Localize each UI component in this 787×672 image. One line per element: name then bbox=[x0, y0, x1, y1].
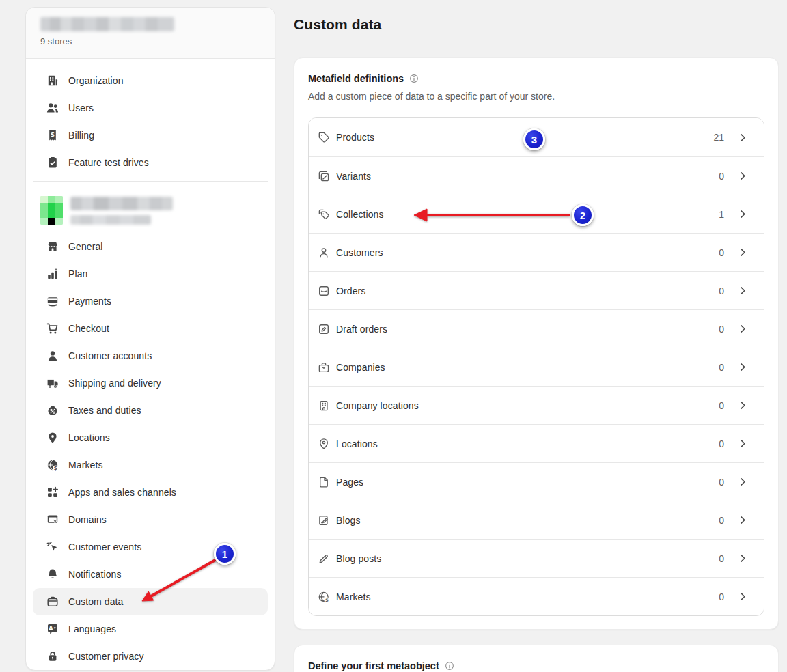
redacted-organization-name bbox=[40, 17, 174, 31]
organization-icon bbox=[46, 74, 59, 87]
store-switcher[interactable] bbox=[26, 182, 275, 233]
store-meta bbox=[70, 196, 173, 225]
sidebar-item-languages[interactable]: Languages bbox=[33, 615, 268, 643]
storefront-icon bbox=[46, 240, 59, 253]
definition-count: 0 bbox=[709, 362, 724, 373]
data-box-icon bbox=[46, 595, 59, 608]
definition-count: 0 bbox=[709, 438, 724, 449]
metaobject-card: Define your first metaobject bbox=[294, 645, 779, 672]
cart-icon bbox=[46, 322, 59, 335]
chevron-right-icon bbox=[737, 323, 749, 335]
metafield-row-variants[interactable]: Variants 0 bbox=[309, 156, 764, 195]
sidebar-item-notifications[interactable]: Notifications bbox=[33, 561, 268, 588]
sidebar-item-shipping-and-delivery[interactable]: Shipping and delivery bbox=[33, 369, 268, 397]
chevron-right-icon bbox=[737, 552, 749, 564]
store-avatar bbox=[40, 196, 63, 225]
collections-icon bbox=[317, 208, 331, 221]
cursor-click-icon bbox=[46, 540, 59, 554]
redacted-store-url bbox=[70, 215, 151, 225]
sidebar-item-markets[interactable]: Markets bbox=[33, 451, 268, 479]
metafield-row-companies[interactable]: Companies 0 bbox=[309, 348, 764, 386]
definition-count: 0 bbox=[709, 400, 724, 411]
building-icon bbox=[317, 399, 331, 412]
payments-card-icon bbox=[46, 294, 59, 308]
chevron-right-icon bbox=[737, 170, 749, 182]
chevron-right-icon bbox=[737, 591, 749, 602]
blog-icon bbox=[317, 514, 331, 527]
sidebar-item-feature-test-drives[interactable]: Feature test drives bbox=[33, 149, 268, 176]
apps-grid-plus-icon bbox=[46, 486, 59, 499]
chevron-right-icon bbox=[737, 400, 749, 411]
users-icon bbox=[46, 101, 59, 115]
metafield-row-orders[interactable]: Orders 0 bbox=[309, 271, 764, 309]
definition-count: 0 bbox=[709, 171, 724, 182]
sidebar-item-customer-privacy[interactable]: Customer privacy bbox=[33, 643, 268, 670]
metafield-definitions-list: Products 21 Variants 0 Collections 1 bbox=[308, 117, 764, 616]
sidebar-item-payments[interactable]: Payments bbox=[33, 288, 268, 315]
bell-icon bbox=[46, 568, 59, 581]
metafield-row-company-locations[interactable]: Company locations 0 bbox=[309, 386, 764, 424]
sidebar-item-checkout[interactable]: Checkout bbox=[33, 315, 268, 342]
person-icon bbox=[46, 349, 59, 363]
metafield-row-blogs[interactable]: Blogs 0 bbox=[309, 501, 764, 539]
metafield-row-markets[interactable]: Markets 0 bbox=[309, 577, 764, 615]
sidebar-item-apps-and-sales-channels[interactable]: Apps and sales channels bbox=[33, 479, 268, 506]
customer-icon bbox=[317, 246, 331, 260]
settings-sidebar: 9 stores Organization Users Billing Feat… bbox=[25, 7, 275, 671]
definition-count: 0 bbox=[709, 285, 724, 296]
orders-icon bbox=[317, 284, 331, 298]
card-subtitle: Add a custom piece of data to a specific… bbox=[308, 89, 764, 103]
metaobject-card-title: Define your first metaobject bbox=[308, 660, 439, 671]
chevron-right-icon bbox=[737, 476, 749, 488]
card-title: Metafield definitions bbox=[308, 73, 404, 84]
sidebar-item-custom-data[interactable]: Custom data bbox=[33, 588, 268, 615]
sidebar-item-locations[interactable]: Locations bbox=[33, 424, 268, 451]
sidebar-item-general[interactable]: General bbox=[33, 233, 268, 260]
location-pin-icon bbox=[317, 437, 331, 451]
info-icon[interactable] bbox=[444, 660, 455, 671]
metafield-row-draft-orders[interactable]: Draft orders 0 bbox=[309, 309, 764, 348]
organization-header: 9 stores bbox=[26, 8, 275, 59]
definition-count: 1 bbox=[709, 209, 724, 220]
metafield-row-blog-posts[interactable]: Blog posts 0 bbox=[309, 539, 764, 577]
sidebar-item-plan[interactable]: Plan bbox=[33, 260, 268, 288]
definition-count: 0 bbox=[709, 247, 724, 258]
page-title: Custom data bbox=[294, 14, 381, 34]
tag-icon bbox=[317, 130, 331, 144]
info-icon[interactable] bbox=[409, 73, 419, 84]
chevron-right-icon bbox=[737, 247, 749, 258]
metafield-row-customers[interactable]: Customers 0 bbox=[309, 233, 764, 271]
sidebar-item-customer-accounts[interactable]: Customer accounts bbox=[33, 342, 268, 369]
globe-dollar-icon bbox=[46, 458, 59, 472]
stores-count-label: 9 stores bbox=[40, 36, 261, 46]
tax-bag-icon bbox=[46, 404, 59, 417]
definition-count: 0 bbox=[709, 591, 724, 602]
definition-count: 0 bbox=[709, 553, 724, 564]
sidebar-item-billing[interactable]: Billing bbox=[33, 122, 268, 149]
metafield-row-pages[interactable]: Pages 0 bbox=[309, 462, 764, 501]
chevron-right-icon bbox=[737, 208, 749, 220]
browser-window-icon bbox=[46, 513, 59, 527]
metafield-row-locations[interactable]: Locations 0 bbox=[309, 424, 764, 462]
chevron-right-icon bbox=[737, 438, 749, 449]
metafield-row-products[interactable]: Products 21 bbox=[309, 118, 764, 156]
variants-icon bbox=[317, 169, 331, 183]
organization-nav: Organization Users Billing Feature test … bbox=[26, 59, 275, 176]
metafield-row-collections[interactable]: Collections 1 bbox=[309, 195, 764, 233]
truck-icon bbox=[46, 376, 59, 390]
sidebar-item-customer-events[interactable]: Customer events bbox=[33, 533, 268, 561]
definition-count: 0 bbox=[709, 515, 724, 526]
store-settings-nav: General Plan Payments Checkout Customer … bbox=[26, 233, 275, 670]
sidebar-item-domains[interactable]: Domains bbox=[33, 506, 268, 533]
clipboard-check-icon bbox=[46, 156, 59, 169]
lock-icon bbox=[46, 649, 59, 663]
sidebar-item-users[interactable]: Users bbox=[33, 94, 268, 122]
metafield-definitions-card: Metafield definitions Add a custom piece… bbox=[294, 57, 779, 630]
markets-globe-icon bbox=[317, 590, 331, 604]
redacted-store-name bbox=[70, 197, 173, 210]
pencil-icon bbox=[317, 552, 331, 565]
definition-count: 0 bbox=[709, 324, 724, 335]
sidebar-item-organization[interactable]: Organization bbox=[33, 67, 268, 94]
sidebar-item-taxes-and-duties[interactable]: Taxes and duties bbox=[33, 397, 268, 424]
definition-count: 21 bbox=[709, 132, 724, 143]
